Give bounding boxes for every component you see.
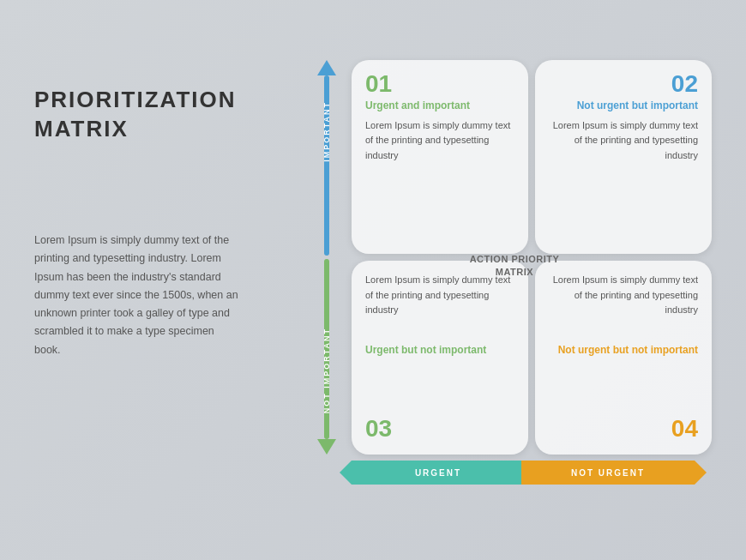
quadrant-2: 02 Not urgent but important Lorem Ipsum … [535, 60, 712, 254]
arrowhead-up-icon [317, 60, 336, 75]
center-label-line1: ACTION PRIORITY [470, 254, 560, 264]
q3-number: 03 [365, 417, 392, 441]
center-label-line2: MATRIX [496, 267, 533, 277]
q4-body: Lorem Ipsum is simply dummy text of the … [549, 273, 698, 318]
important-arrow-line: IMPORTANT [324, 75, 329, 256]
q4-number: 04 [671, 417, 698, 441]
slide: PRIORITIZATION MATRIX Lorem Ipsum is sim… [0, 0, 746, 560]
title-section: PRIORITIZATION MATRIX [34, 86, 237, 144]
urgent-label: URGENT [415, 468, 461, 478]
quadrant-1: 01 Urgent and important Lorem Ipsum is s… [352, 60, 528, 254]
not-important-label: NOT IMPORTANT [322, 328, 331, 413]
q2-body: Lorem Ipsum is simply dummy text of the … [549, 118, 698, 164]
not-important-arrow-line: NOT IMPORTANT [324, 259, 329, 439]
q1-body: Lorem Ipsum is simply dummy text of the … [365, 118, 514, 164]
urgent-arrow: URGENT [352, 461, 525, 485]
not-urgent-arrow: NOT URGENT [521, 461, 695, 485]
q3-subtitle: Urgent but not important [365, 344, 514, 358]
arrowhead-down-icon [317, 439, 336, 455]
description-text: Lorem Ipsum is simply dummy text of the … [34, 232, 240, 359]
q1-subtitle: Urgent and important [365, 99, 514, 113]
not-urgent-label: NOT URGENT [571, 468, 645, 478]
quadrant-4: Lorem Ipsum is simply dummy text of the … [535, 261, 712, 455]
q2-subtitle: Not urgent but important [549, 99, 698, 113]
q3-body: Lorem Ipsum is simply dummy text of the … [365, 273, 514, 318]
q2-number: 02 [549, 72, 698, 96]
matrix-container: IMPORTANT NOT IMPORTANT 01 Urgent and im… [292, 51, 720, 497]
quadrant-3: Lorem Ipsum is simply dummy text of the … [352, 261, 528, 455]
center-label: ACTION PRIORITY MATRIX [470, 253, 560, 280]
q1-number: 01 [365, 72, 514, 96]
q4-subtitle: Not urgent but not important [549, 344, 698, 358]
important-label: IMPORTANT [322, 101, 331, 162]
title-line1: PRIORITIZATION [34, 87, 237, 112]
title-line2: MATRIX [34, 116, 129, 142]
main-title: PRIORITIZATION MATRIX [34, 86, 237, 144]
vertical-arrows: IMPORTANT NOT IMPORTANT [317, 60, 336, 455]
important-arrow: IMPORTANT [317, 60, 336, 256]
not-important-arrow: NOT IMPORTANT [317, 259, 336, 455]
